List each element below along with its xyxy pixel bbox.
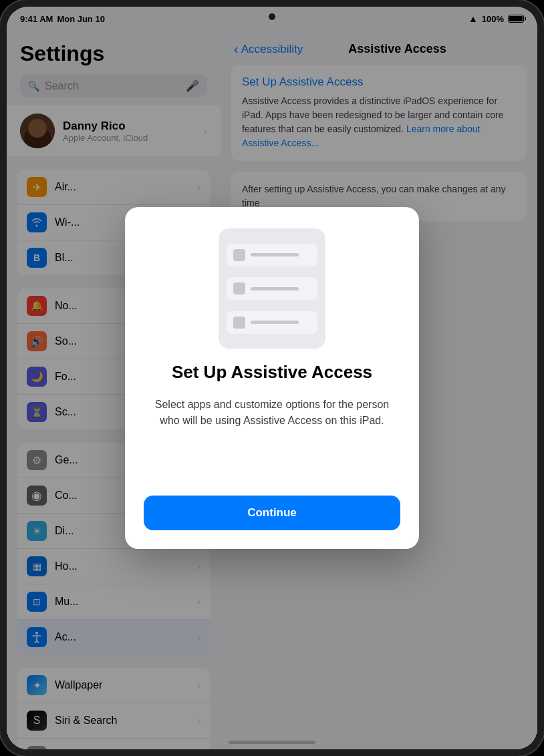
- list-lines: [251, 321, 311, 324]
- list-line: [251, 287, 299, 291]
- list-line: [251, 321, 299, 324]
- list-icon: [233, 317, 245, 329]
- continue-button[interactable]: Continue: [144, 496, 400, 530]
- modal-overlay: Set Up Assistive Access Select apps and …: [7, 7, 537, 749]
- list-lines: [251, 253, 311, 256]
- list-row-1: [227, 244, 317, 266]
- list-icon: [233, 282, 245, 295]
- modal-illustration: [219, 228, 325, 349]
- assistive-access-modal: Set Up Assistive Access Select apps and …: [125, 207, 419, 548]
- modal-description: Select apps and customize options for th…: [144, 397, 400, 429]
- list-lines: [251, 287, 311, 291]
- ipad-frame: 9:41 AM Mon Jun 10 ▲ 100% Settings 🔍 Sea: [0, 0, 544, 756]
- list-row-3: [227, 311, 317, 334]
- list-line: [251, 253, 299, 256]
- modal-title: Set Up Assistive Access: [172, 362, 372, 383]
- list-icon: [233, 249, 245, 261]
- ipad-screen: 9:41 AM Mon Jun 10 ▲ 100% Settings 🔍 Sea: [7, 7, 537, 749]
- list-row-2: [227, 277, 317, 300]
